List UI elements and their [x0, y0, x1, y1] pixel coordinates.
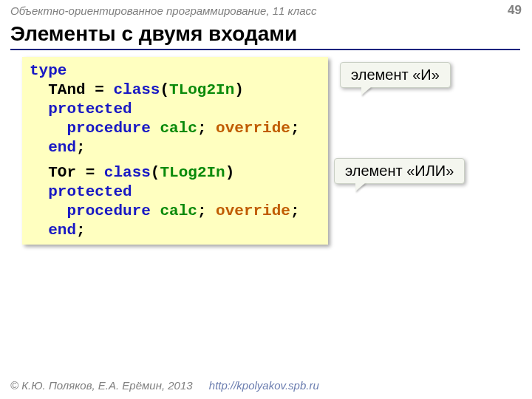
slide: Объектно-ориентированное программировани…: [0, 0, 532, 399]
course-label: Объектно-ориентированное программировани…: [10, 4, 317, 17]
code-line: type: [30, 61, 321, 81]
code-line: TOr = class(TLog2In): [30, 163, 321, 183]
callout-and: элемент «И»: [340, 62, 451, 88]
code-line: protected: [30, 100, 321, 119]
footer-author: © К.Ю. Поляков, Е.А. Ерёмин, 2013: [10, 379, 193, 392]
code-line: protected: [30, 183, 321, 202]
code-line: end;: [30, 221, 321, 240]
callout-or: элемент «ИЛИ»: [334, 158, 465, 184]
code-line: procedure calc; override;: [30, 119, 321, 138]
callout-tail: [361, 86, 372, 95]
code-line: procedure calc; override;: [30, 202, 321, 221]
code-gap: [30, 157, 321, 163]
code-line: end;: [30, 138, 321, 157]
footer-url: http://kpolyakov.spb.ru: [209, 379, 319, 392]
callout-and-text: элемент «И»: [351, 66, 440, 83]
callout-or-text: элемент «ИЛИ»: [345, 163, 454, 179]
code-block: type TAnd = class(TLog2In) protected pro…: [22, 57, 328, 245]
title-underline: [10, 49, 520, 50]
page-title: Элементы с двумя входами: [10, 22, 297, 46]
page-number: 49: [508, 3, 522, 18]
kw-type: type: [30, 62, 66, 79]
footer: © К.Ю. Поляков, Е.А. Ерёмин, 2013 http:/…: [10, 379, 319, 392]
callout-tail: [355, 183, 366, 191]
code-line: TAnd = class(TLog2In): [30, 81, 321, 100]
